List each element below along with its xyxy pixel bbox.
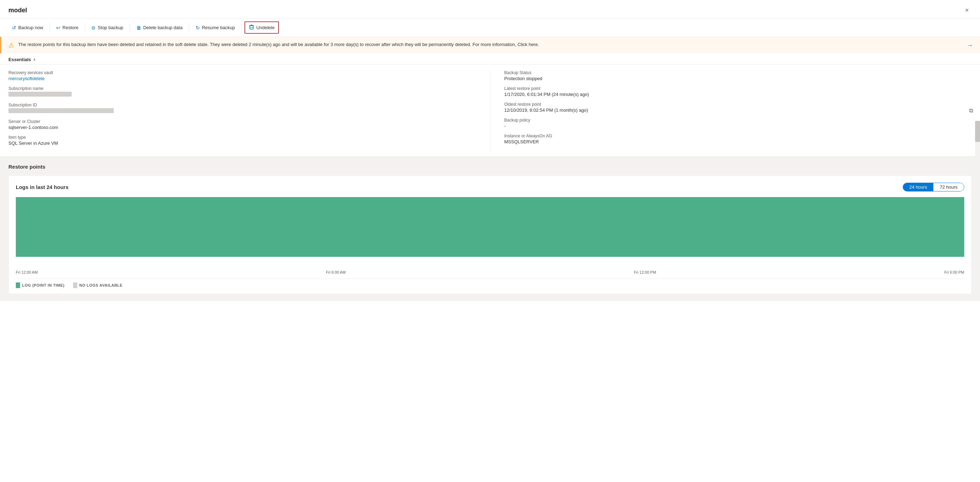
resume-backup-icon: ↻: [196, 25, 200, 30]
chart-area: [16, 197, 964, 267]
x-axis-label-3: Fri 12:00 PM: [634, 270, 656, 274]
resume-backup-button[interactable]: ↻ Resume backup: [192, 23, 239, 33]
stop-backup-label: Stop backup: [98, 25, 123, 30]
essentials-header[interactable]: Essentials ∧: [0, 53, 980, 65]
chart-header: Logs in last 24 hours 24 hours 72 hours: [16, 183, 964, 191]
field-instance-alwayson-label: Instance or AlwaysOn AG: [504, 134, 972, 138]
field-instance-alwayson: Instance or AlwaysOn AG MSSQLSERVER: [504, 134, 972, 145]
field-latest-restore-point: Latest restore point 1/17/2020, 6:01:34 …: [504, 86, 972, 97]
backup-now-icon: ↺: [12, 25, 16, 30]
legend-color-green: [16, 282, 20, 288]
modal-container: model × ↺ Backup now ↩ Restore ⊘ Stop ba…: [0, 0, 980, 482]
toolbar-separator-1: [49, 24, 50, 32]
time-filter-group: 24 hours 72 hours: [903, 183, 964, 191]
field-backup-status-label: Backup Status: [504, 70, 972, 75]
field-backup-status: Backup Status Protection stopped: [504, 70, 972, 81]
scrollbar-thumb[interactable]: [975, 121, 980, 142]
field-item-type: Item type SQL Server in Azure VM: [8, 135, 476, 146]
warning-icon: ⚠: [8, 41, 14, 49]
field-server-cluster-value: sqlserver-1.contoso.com: [8, 125, 476, 130]
field-subscription-id-value: [8, 108, 114, 113]
restore-button[interactable]: ↩ Restore: [52, 23, 82, 33]
legend-item-no-logs: NO LOGS AVAILABLE: [73, 282, 123, 288]
modal-header: model ×: [0, 0, 980, 19]
field-subscription-name-label: Subscription name: [8, 86, 476, 91]
time-filter-24h-button[interactable]: 24 hours: [903, 183, 934, 191]
delete-backup-label: Delete backup data: [143, 25, 183, 30]
warning-banner: ⚠ The restore points for this backup ite…: [0, 37, 980, 53]
toolbar: ↺ Backup now ↩ Restore ⊘ Stop backup 🗑 D…: [0, 19, 980, 37]
essentials-label: Essentials: [8, 57, 31, 62]
delete-backup-icon: 🗑: [136, 25, 141, 30]
stop-backup-icon: ⊘: [91, 25, 95, 30]
legend-label-no-logs: NO LOGS AVAILABLE: [80, 283, 123, 287]
time-filter-72h-button[interactable]: 72 hours: [933, 183, 964, 191]
close-button[interactable]: ×: [962, 6, 972, 15]
backup-now-button[interactable]: ↺ Backup now: [8, 23, 47, 33]
essentials-left-column: Recovery services vault mercurysoftdelet…: [8, 70, 490, 151]
chart-x-axis: Fri 12:00 AM Fri 6:00 AM Fri 12:00 PM Fr…: [16, 270, 964, 274]
toolbar-separator-4: [189, 24, 189, 32]
x-axis-label-1: Fri 12:00 AM: [16, 270, 38, 274]
field-latest-restore-label: Latest restore point: [504, 86, 972, 91]
restore-points-title: Restore points: [8, 164, 972, 170]
legend-label-log: LOG (POINT IN TIME): [22, 283, 65, 287]
stop-backup-button[interactable]: ⊘ Stop backup: [88, 23, 126, 33]
essentials-section: Recovery services vault mercurysoftdelet…: [0, 65, 980, 157]
chart-legend: LOG (POINT IN TIME) NO LOGS AVAILABLE: [16, 278, 964, 288]
restore-points-section: Restore points Logs in last 24 hours 24 …: [0, 157, 980, 301]
x-axis-label-2: Fri 6:00 AM: [326, 270, 346, 274]
field-recovery-vault-value[interactable]: mercurysoftdelete: [8, 76, 45, 81]
legend-color-gray: [73, 282, 77, 288]
field-subscription-name: Subscription name: [8, 86, 476, 98]
svg-rect-0: [250, 25, 253, 29]
restore-icon: ↩: [56, 25, 60, 30]
field-server-cluster: Server or Cluster sqlserver-1.contoso.co…: [8, 119, 476, 130]
toolbar-separator-5: [241, 24, 242, 32]
field-instance-alwayson-value: MSSQLSERVER: [504, 139, 972, 145]
field-oldest-restore-point: Oldest restore point 12/10/2019, 8:02:54…: [504, 102, 972, 113]
field-server-cluster-label: Server or Cluster: [8, 119, 476, 124]
field-subscription-id-label: Subscription ID: [8, 103, 476, 108]
scrollbar[interactable]: [975, 121, 980, 226]
copy-icon[interactable]: ⧉: [969, 108, 973, 114]
chart-container: Logs in last 24 hours 24 hours 72 hours …: [8, 175, 972, 294]
essentials-right-column: Backup Status Protection stopped Latest …: [490, 70, 972, 151]
chart-bar-green: [16, 197, 964, 257]
field-backup-policy-label: Backup policy: [504, 118, 972, 122]
restore-label: Restore: [62, 25, 79, 30]
field-item-type-label: Item type: [8, 135, 476, 140]
field-oldest-restore-label: Oldest restore point: [504, 102, 972, 107]
field-item-type-value: SQL Server in Azure VM: [8, 140, 476, 146]
resume-backup-label: Resume backup: [202, 25, 235, 30]
field-latest-restore-value: 1/17/2020, 6:01:34 PM (24 minute(s) ago): [504, 92, 972, 97]
undelete-label: Undelete: [256, 25, 275, 30]
delete-backup-button[interactable]: 🗑 Delete backup data: [133, 23, 186, 33]
chart-title: Logs in last 24 hours: [16, 184, 68, 190]
field-oldest-restore-value: 12/10/2019, 8:02:54 PM (1 month(s) ago): [504, 108, 972, 113]
field-recovery-vault: Recovery services vault mercurysoftdelet…: [8, 70, 476, 81]
undelete-button[interactable]: Undelete: [245, 21, 279, 34]
legend-item-log: LOG (POINT IN TIME): [16, 282, 65, 288]
warning-text: The restore points for this backup item …: [18, 41, 539, 48]
undelete-icon: [249, 24, 254, 31]
field-subscription-name-value: [8, 92, 72, 97]
toolbar-separator-3: [130, 24, 130, 32]
field-backup-policy: Backup policy -: [504, 118, 972, 129]
warning-arrow-icon[interactable]: →: [967, 41, 973, 49]
field-recovery-vault-label: Recovery services vault: [8, 70, 476, 75]
field-subscription-id: Subscription ID: [8, 103, 476, 114]
field-backup-policy-value: -: [504, 123, 972, 129]
field-backup-status-value: Protection stopped: [504, 76, 972, 81]
backup-now-label: Backup now: [18, 25, 43, 30]
essentials-chevron-icon: ∧: [33, 57, 36, 62]
x-axis-label-4: Fri 6:00 PM: [944, 270, 964, 274]
modal-title: model: [8, 7, 27, 14]
